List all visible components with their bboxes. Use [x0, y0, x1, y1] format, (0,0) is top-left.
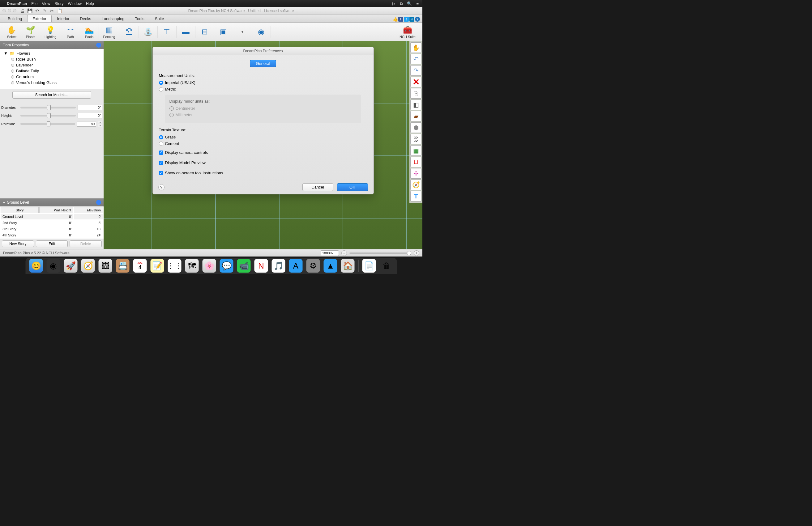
th-wall-height[interactable]: Wall Height	[39, 207, 73, 213]
zoom-in-button[interactable]: +	[414, 250, 419, 256]
menu-app[interactable]: DreamPlan	[7, 2, 27, 6]
tab-general[interactable]: General	[250, 60, 276, 67]
radio-imperial[interactable]: Imperial (US/UK)	[159, 80, 367, 85]
dock-settings[interactable]: ⚙	[306, 259, 320, 273]
menu-view[interactable]: View	[42, 2, 50, 6]
menu-window[interactable]: Window	[68, 2, 82, 6]
twitter-icon[interactable]: t	[404, 17, 409, 21]
menu-file[interactable]: File	[31, 2, 38, 6]
tab-tools[interactable]: Tools	[130, 15, 149, 22]
rotation-input[interactable]	[77, 121, 96, 127]
dock-reminders[interactable]: ⋮⋮	[168, 259, 182, 273]
zoom-slider[interactable]	[349, 253, 411, 254]
menu-story[interactable]: Story	[55, 2, 63, 6]
dock-maps[interactable]: 🗺	[185, 259, 199, 273]
dock-news[interactable]: N	[255, 259, 268, 273]
menu-help[interactable]: Help	[86, 2, 94, 6]
radio-metric[interactable]: Metric	[159, 87, 367, 91]
tree-item-tulip[interactable]: Ballade Tulip	[2, 68, 101, 74]
tool-extra7[interactable]: ◉	[252, 26, 271, 38]
tool-path[interactable]: 〰Path	[61, 24, 80, 40]
height-slider[interactable]	[20, 115, 76, 117]
tool-select[interactable]: ✋Select	[2, 24, 21, 40]
radio-grass[interactable]: Grass	[159, 135, 367, 139]
canvas-3d[interactable]: ✋ ↶ ↷ ✕ ⎘ ◧ ▰ ⬢ 2D3D ▦ ⊔ ✢ 🧭 T DreamPlan…	[104, 41, 422, 249]
search-models-button[interactable]: Search for Models...	[12, 91, 91, 99]
save-icon[interactable]: 💾	[27, 8, 32, 14]
like-icon[interactable]: 👍	[393, 17, 398, 21]
tree-item-geranium[interactable]: Geranium	[2, 74, 101, 80]
collapse-icon[interactable]: ▼	[2, 201, 5, 204]
zoom-out-button[interactable]: −	[342, 250, 347, 256]
tool-pools[interactable]: 🏊Pools	[80, 24, 99, 40]
radio-cement[interactable]: Cement	[159, 141, 367, 146]
tree-item-venus[interactable]: Venus's Looking Glass	[2, 80, 101, 86]
dock-dreamplan[interactable]: 🏠	[341, 259, 355, 273]
tab-building[interactable]: Building	[2, 15, 27, 22]
menubar-display-icon[interactable]: ⧉	[400, 1, 403, 6]
dock-itunes[interactable]: 🎵	[272, 259, 286, 273]
dock-calendar[interactable]: JUL4	[133, 259, 147, 273]
tool-lighting[interactable]: 💡Lighting	[40, 24, 61, 40]
dock-trash[interactable]: 🗑	[380, 259, 393, 273]
dock-siri[interactable]: ◉	[47, 259, 60, 273]
edit-story-button[interactable]: Edit	[36, 240, 68, 247]
tool-extra6[interactable]: ▣	[214, 26, 233, 38]
th-elevation[interactable]: Elevation	[74, 207, 103, 213]
tool-fencing[interactable]: ▦Fencing	[99, 24, 120, 40]
tool-dropdown[interactable]: ▾	[233, 26, 252, 38]
menubar-pointer-icon[interactable]: ▷	[392, 1, 395, 6]
tool-extra1[interactable]: ⛱	[120, 26, 139, 38]
rotation-slider[interactable]	[20, 123, 75, 125]
facebook-icon[interactable]: f	[398, 17, 403, 21]
dock-safari[interactable]: 🧭	[81, 259, 95, 273]
help-icon[interactable]: ?	[415, 17, 420, 21]
tab-interior[interactable]: Interior	[52, 15, 74, 22]
tool-extra2[interactable]: ⛲	[139, 26, 158, 38]
th-story[interactable]: Story	[1, 207, 39, 213]
table-row[interactable]: 2nd Story8'8'	[1, 220, 103, 226]
diameter-input[interactable]	[77, 105, 102, 110]
print-icon[interactable]: 🖨	[19, 8, 25, 14]
dock-textedit[interactable]: 📄	[362, 259, 376, 273]
minimize-window-icon[interactable]	[8, 9, 11, 12]
table-row[interactable]: 4th Story8'24'	[1, 232, 103, 238]
check-preview[interactable]: ✓Display Model Preview	[159, 161, 367, 165]
tool-extra5[interactable]: ⊟	[195, 26, 214, 38]
menubar-search-icon[interactable]: 🔍	[407, 1, 412, 6]
dock-finder[interactable]: 😊	[29, 259, 43, 273]
dock-messages[interactable]: 💬	[220, 259, 233, 273]
panel-camera-icon[interactable]	[96, 43, 101, 48]
tab-landscaping[interactable]: Landscaping	[97, 15, 130, 22]
delete-story-button[interactable]: Delete	[70, 240, 102, 247]
tool-extra3[interactable]: ⊤	[158, 26, 177, 38]
menubar-list-icon[interactable]: ≡	[416, 1, 419, 6]
close-window-icon[interactable]	[2, 9, 6, 12]
table-row[interactable]: 3rd Story8'16'	[1, 226, 103, 232]
tab-decks[interactable]: Decks	[75, 15, 97, 22]
new-story-button[interactable]: New Story	[2, 240, 34, 247]
undo-icon[interactable]: ↶	[34, 8, 40, 14]
rotation-stepper[interactable]: ▴▾	[98, 121, 102, 127]
check-instructions[interactable]: ✓Show on-screen tool instructions	[159, 170, 367, 175]
nch-suite-button[interactable]: 🧰NCH Suite	[395, 24, 420, 40]
zoom-select[interactable]: 1000%	[321, 250, 339, 256]
tree-folder-flowers[interactable]: ▼ 📁 Flowers	[2, 50, 101, 56]
dock-app1[interactable]: ▲	[324, 259, 337, 273]
dock-contacts[interactable]: 📇	[116, 259, 130, 273]
tab-exterior[interactable]: Exterior	[27, 15, 52, 22]
tool-extra4[interactable]: ▬	[177, 26, 195, 38]
clipboard-icon[interactable]: 📋	[57, 8, 62, 14]
ok-button[interactable]: OK	[337, 183, 368, 191]
dock-appstore[interactable]: A	[289, 259, 303, 273]
dock-notes[interactable]: 📝	[150, 259, 164, 273]
diameter-slider[interactable]	[20, 107, 76, 108]
height-input[interactable]	[77, 113, 102, 118]
tree-item-rose[interactable]: Rose Bush	[2, 56, 101, 62]
panel-camera-icon[interactable]	[96, 200, 101, 205]
tool-plants[interactable]: 🌱Plants	[21, 24, 40, 40]
dialog-help-button[interactable]: ?	[158, 184, 164, 190]
dock-preview[interactable]: 🖼	[99, 259, 112, 273]
linkedin-icon[interactable]: in	[409, 17, 414, 21]
cut-icon[interactable]: ✂	[49, 8, 55, 14]
